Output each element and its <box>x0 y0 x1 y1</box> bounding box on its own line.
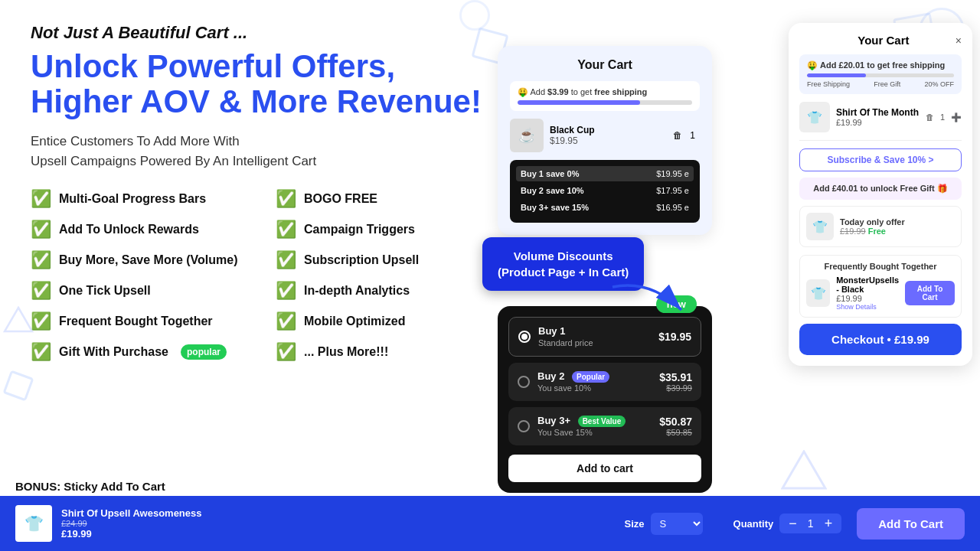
check-icon: ✅ <box>31 281 51 301</box>
cp2-item-shirt: 👕 Shirt Of The Month £19.99 🗑 1 ➕ <box>799 102 962 141</box>
cart-panel-1-title: Your Cart <box>510 58 700 72</box>
cp2-subscribe-button[interactable]: Subscribe & Save 10% > <box>799 148 962 171</box>
headline-line2: Higher AOV & More Revenue! <box>31 83 482 119</box>
sticky-bar-original-price: £24.99 <box>61 519 202 528</box>
cp2-fbt-item: 👕 MonsterUpsells - Black £19.99 Show Det… <box>806 276 955 311</box>
shipping-bar-1: 🤑 Add $3.99 to get free shipping <box>510 81 700 111</box>
features-grid: ✅ Multi-Goal Progress Bars ✅ BOGO FREE ✅… <box>31 189 505 362</box>
feature-volume: ✅ Buy More, Save More (Volume) <box>31 250 260 270</box>
vol-option-2[interactable]: Buy 2 Popular You save 10% $35.91 $39.99 <box>508 363 701 401</box>
volume-row-2: Buy 2 save 10% $17.95 e <box>516 183 694 198</box>
sticky-add-to-cart-button[interactable]: Add To Cart <box>857 508 965 540</box>
cp2-fbt-img: 👕 <box>806 279 830 307</box>
right-area: Your Cart 🤑 Add $3.99 to get free shippi… <box>475 0 980 497</box>
cp2-header: Your Cart × <box>799 34 962 47</box>
cart-panel-2: Your Cart × 🤑 Add £20.01 to get free shi… <box>789 23 972 366</box>
size-select[interactable]: S M L XL <box>651 513 703 535</box>
sticky-bar-sale-price: £19.99 <box>61 528 202 540</box>
volume-row-1: Buy 1 save 0% $19.95 e <box>516 166 694 181</box>
check-icon: ✅ <box>276 281 296 301</box>
bonus-label: BONUS: Sticky Add To Cart <box>15 480 165 493</box>
feature-more: ✅ ... Plus More!!! <box>276 342 505 362</box>
volume-table: Buy 1 save 0% $19.95 e Buy 2 save 10% $1… <box>510 160 700 223</box>
cart-item-cup-img: ☕ <box>510 119 544 152</box>
volume-row-3: Buy 3+ save 15% $16.95 e <box>516 200 694 215</box>
sticky-add-to-cart-bar: 👕 Shirt Of Upsell Awesomeness £24.99 £19… <box>0 496 980 551</box>
qty-increase-button[interactable]: + <box>822 517 836 530</box>
vol-option-3[interactable]: Buy 3+ Best Value You Save 15% $50.87 $5… <box>508 407 701 445</box>
sticky-bar-quantity: Quantity − 1 + <box>733 514 842 533</box>
volume-panel: new Buy 1 Standard price $19.95 Buy 2 Po… <box>498 306 712 493</box>
cp2-qty-controls: 🗑 1 ➕ <box>926 112 962 122</box>
qty-stepper: − 1 + <box>779 514 841 533</box>
feature-one-tick: ✅ One Tick Upsell <box>31 281 260 301</box>
qty-decrease-button[interactable]: − <box>786 517 800 530</box>
check-icon: ✅ <box>276 250 296 270</box>
vol-add-to-cart-button[interactable]: Add to cart <box>508 455 701 482</box>
cp2-shipping-bar: 🤑 Add £20.01 to get free shipping Free S… <box>799 54 962 94</box>
feature-bogo: ✅ BOGO FREE <box>276 189 505 209</box>
feature-campaign: ✅ Campaign Triggers <box>276 220 505 240</box>
cp2-progress-fill <box>807 73 866 77</box>
svg-marker-1 <box>5 308 32 331</box>
vol-radio-3 <box>518 420 530 432</box>
sticky-bar-product-name: Shirt Of Upsell Awesomeness <box>61 507 202 519</box>
fbt-show-details[interactable]: Show Details <box>836 303 899 311</box>
main-headline: Unlock Powerful Offers, Higher AOV & Mor… <box>31 49 505 119</box>
check-icon: ✅ <box>31 250 51 270</box>
check-icon: ✅ <box>276 311 296 331</box>
cp2-fbt-add-button[interactable]: Add To Cart <box>905 281 955 305</box>
cp2-item-shirt-img: 👕 <box>799 102 830 132</box>
sticky-bar-product-img: 👕 <box>15 505 52 542</box>
cart-panel-1: Your Cart 🤑 Add $3.99 to get free shippi… <box>498 46 712 235</box>
cart-item-qty-controls: 🗑 1 <box>673 130 700 141</box>
cart-item-cup: ☕ Black Cup $19.95 🗑 1 <box>510 119 700 152</box>
cp2-today-offer: 👕 Today only offer £19.99 Free <box>799 206 962 247</box>
check-icon: ✅ <box>276 220 296 240</box>
shipping-progress-fill <box>518 100 640 105</box>
sticky-bar-product: 👕 Shirt Of Upsell Awesomeness £24.99 £19… <box>15 505 609 542</box>
vol-radio-2 <box>518 376 530 388</box>
feature-subscription: ✅ Subscription Upsell <box>276 250 505 270</box>
check-icon: ✅ <box>276 342 296 362</box>
cp2-today-offer-img: 👕 <box>806 213 834 240</box>
popular-badge: popular <box>181 344 227 360</box>
left-content: Not Just A Beautiful Cart ... Unlock Pow… <box>31 23 505 362</box>
check-icon: ✅ <box>31 311 51 331</box>
sub-headline: Entice Customers To Add More WithUpsell … <box>31 132 505 171</box>
check-icon: ✅ <box>276 189 296 209</box>
cp2-progress-track <box>807 73 954 77</box>
feature-multi-goal: ✅ Multi-Goal Progress Bars <box>31 189 260 209</box>
cp2-title: Your Cart <box>812 34 956 47</box>
size-label: Size <box>625 518 645 530</box>
deco-shape-3 <box>2 370 34 401</box>
arrow-svg <box>605 272 697 333</box>
cp2-checkout-button[interactable]: Checkout • £19.99 <box>799 324 962 355</box>
feature-gift: ✅ Gift With Purchase popular <box>31 342 260 362</box>
feature-analytics: ✅ In-depth Analytics <box>276 281 505 301</box>
check-icon: ✅ <box>31 220 51 240</box>
check-icon: ✅ <box>31 189 51 209</box>
tagline: Not Just A Beautiful Cart ... <box>31 23 505 43</box>
shipping-progress-track <box>518 100 692 105</box>
sticky-bar-size-selector: Size S M L XL <box>625 513 703 535</box>
check-icon: ✅ <box>31 342 51 362</box>
headline-line1: Unlock Powerful Offers, <box>31 48 395 84</box>
feature-add-unlock: ✅ Add To Unlock Rewards <box>31 220 260 240</box>
cp2-close-button[interactable]: × <box>956 34 962 47</box>
cp2-fbt-section: Frequently Bought Together 👕 MonsterUpse… <box>799 255 962 318</box>
feature-mobile: ✅ Mobile Optimized <box>276 311 505 331</box>
feature-fbt: ✅ Frequent Bought Together <box>31 311 260 331</box>
vol-radio-1 <box>518 331 531 343</box>
qty-value: 1 <box>803 517 818 530</box>
cp2-unlock-reward: Add £40.01 to unlock Free Gift 🎁 <box>799 178 962 200</box>
quantity-label: Quantity <box>733 518 774 530</box>
deco-triangle-2 <box>3 306 34 333</box>
